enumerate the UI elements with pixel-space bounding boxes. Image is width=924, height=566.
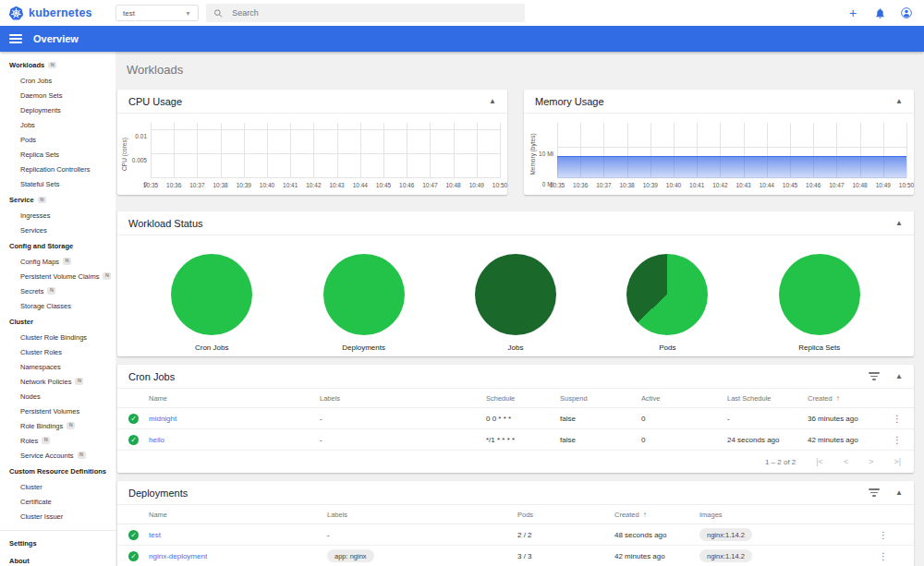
menu-icon[interactable] <box>9 34 22 43</box>
last-page-icon[interactable]: >| <box>894 457 901 466</box>
y-axis-tick: 0 <box>143 181 147 187</box>
sidebar-item-storage-classes[interactable]: Storage Classes <box>0 298 116 313</box>
gridline-vertical <box>383 123 384 178</box>
x-axis-tick: 10:39 <box>643 182 658 188</box>
x-axis-tick: 10:38 <box>619 182 634 188</box>
resource-link-hello[interactable]: hello <box>149 436 164 444</box>
column-header-labels[interactable]: Labels <box>320 394 486 403</box>
row-actions-menu[interactable]: ⋮ <box>886 414 914 424</box>
sidebar-item-config-maps[interactable]: Config MapsN <box>0 254 116 269</box>
cron-jobs-table: NameLabelsScheduleSuspendActiveLast Sche… <box>117 389 914 451</box>
column-header-suspend[interactable]: Suspend <box>560 394 641 403</box>
sidebar-item-cron-jobs[interactable]: Cron Jobs <box>0 73 116 88</box>
sidebar-item-about[interactable]: About <box>0 552 116 566</box>
row-actions-menu[interactable]: ⋮ <box>858 530 914 540</box>
sidebar-item-cluster-roles[interactable]: Cluster Roles <box>0 344 116 359</box>
status-cell: ✓ <box>117 551 149 561</box>
x-axis-tick: 10:45 <box>783 182 797 188</box>
table-row: ✓midnight-0 0 * * *false0-36 minutes ago… <box>117 408 914 429</box>
account-button[interactable] <box>898 5 915 21</box>
column-header-labels[interactable]: Labels <box>327 511 517 519</box>
plus-icon: + <box>849 6 857 19</box>
sidebar-item-label: Namespaces <box>20 363 61 371</box>
sidebar-item-certificate[interactable]: Certificate <box>0 494 116 509</box>
column-header-schedule[interactable]: Schedule <box>486 394 560 403</box>
sidebar-item-stateful-sets[interactable]: Stateful Sets <box>0 176 116 191</box>
status-ok-icon: ✓ <box>128 414 139 424</box>
sort-ascending-icon: ↑ <box>836 394 840 403</box>
column-header-name[interactable]: Name <box>149 511 327 519</box>
gridline-vertical <box>500 123 501 178</box>
sidebar-item-role-bindings[interactable]: Role BindingsN <box>0 418 116 433</box>
resource-link-nginx-deployment[interactable]: nginx-deployment <box>149 552 207 560</box>
sidebar-item-replication-controllers[interactable]: Replication Controllers <box>0 162 116 176</box>
sidebar-section-custom-resource-definitions[interactable]: Custom Resource Definitions <box>0 463 116 479</box>
kubernetes-logo[interactable]: kubernetes <box>0 6 116 21</box>
collapse-icon[interactable]: ▲ <box>895 489 903 497</box>
x-axis-tick: 10:40 <box>260 182 274 188</box>
sidebar-item-network-policies[interactable]: Network PoliciesN <box>0 374 116 389</box>
sidebar-item-label: Cluster Issuer <box>20 512 63 521</box>
first-page-icon[interactable]: |< <box>816 457 823 466</box>
filter-icon[interactable] <box>868 372 881 380</box>
create-resource-button[interactable]: + <box>845 5 861 21</box>
search-input[interactable] <box>232 8 517 18</box>
workload-status-jobs: Jobs <box>446 254 585 352</box>
sidebar-item-roles[interactable]: RolesN <box>0 433 116 448</box>
namespaced-badge: N <box>38 197 46 204</box>
sidebar-item-ingresses[interactable]: Ingresses <box>0 208 116 223</box>
column-header-name[interactable]: Name <box>149 394 320 403</box>
row-actions-menu[interactable]: ⋮ <box>886 435 914 445</box>
sidebar-item-nodes[interactable]: Nodes <box>0 389 116 403</box>
cell-pods: 3 / 3 <box>517 552 614 560</box>
resource-link-midnight[interactable]: midnight <box>149 415 176 423</box>
sidebar-item-replica-sets[interactable]: Replica Sets <box>0 147 116 162</box>
sidebar-item-pods[interactable]: Pods <box>0 132 116 147</box>
sidebar-item-persistent-volumes[interactable]: Persistent Volumes <box>0 403 116 418</box>
search-bar[interactable] <box>206 4 525 22</box>
collapse-icon[interactable]: ▲ <box>489 98 496 105</box>
notifications-button[interactable] <box>871 5 888 21</box>
y-axis-tick: 0.005 <box>132 156 147 163</box>
column-header-active[interactable]: Active <box>641 394 727 403</box>
cell-created: 42 minutes ago <box>614 552 699 560</box>
sidebar-item-service-accounts[interactable]: Service AccountsN <box>0 448 116 463</box>
collapse-icon[interactable]: ▲ <box>895 98 903 105</box>
sidebar-item-deployments[interactable]: Deployments <box>0 102 116 117</box>
next-page-icon[interactable]: > <box>869 457 873 466</box>
sidebar-item-cluster-issuer[interactable]: Cluster Issuer <box>0 509 116 524</box>
sidebar-section-workloads[interactable]: WorkloadsN <box>0 56 116 73</box>
kubernetes-helm-icon <box>8 6 24 21</box>
sidebar-item-cluster-role-bindings[interactable]: Cluster Role Bindings <box>0 330 116 344</box>
x-axis-tick: 10:44 <box>353 182 368 188</box>
collapse-icon[interactable]: ▲ <box>895 373 903 380</box>
row-actions-menu[interactable]: ⋮ <box>858 551 914 561</box>
column-header-last-schedule[interactable]: Last Schedule <box>727 394 808 403</box>
sidebar-section-config-and-storage[interactable]: Config and Storage <box>0 237 116 254</box>
status-ok-icon: ✓ <box>128 551 139 561</box>
pie-label: Pods <box>659 343 675 352</box>
x-axis-tick: 10:47 <box>422 182 437 188</box>
resource-link-test[interactable]: test <box>149 531 161 539</box>
sidebar-item-daemon-sets[interactable]: Daemon Sets <box>0 88 116 102</box>
collapse-icon[interactable]: ▲ <box>895 220 903 227</box>
column-header-created[interactable]: Created↑ <box>808 394 886 403</box>
sidebar-item-cluster[interactable]: Cluster <box>0 479 116 494</box>
sidebar-item-services[interactable]: Services <box>0 223 116 237</box>
sidebar-item-secrets[interactable]: SecretsN <box>0 283 116 298</box>
sidebar-item-namespaces[interactable]: Namespaces <box>0 359 116 374</box>
sidebar-item-jobs[interactable]: Jobs <box>0 117 116 132</box>
column-header-images[interactable]: Images <box>699 511 858 519</box>
prev-page-icon[interactable]: < <box>844 457 848 466</box>
namespace-select[interactable]: test ▼ <box>116 5 199 21</box>
sidebar-item-label: Jobs <box>20 121 35 129</box>
filter-icon[interactable] <box>868 488 881 497</box>
column-header-created[interactable]: Created↑ <box>614 511 699 519</box>
column-header-pods[interactable]: Pods <box>517 511 614 519</box>
sidebar-section-cluster[interactable]: Cluster <box>0 313 116 330</box>
sidebar-item-persistent-volume-claims[interactable]: Persistent Volume ClaimsN <box>0 269 116 283</box>
sidebar-item-settings[interactable]: Settings <box>0 535 116 552</box>
namespaced-badge: N <box>63 258 71 265</box>
sidebar-section-service[interactable]: ServiceN <box>0 191 116 208</box>
sidebar-item-label: Replication Controllers <box>20 165 90 174</box>
